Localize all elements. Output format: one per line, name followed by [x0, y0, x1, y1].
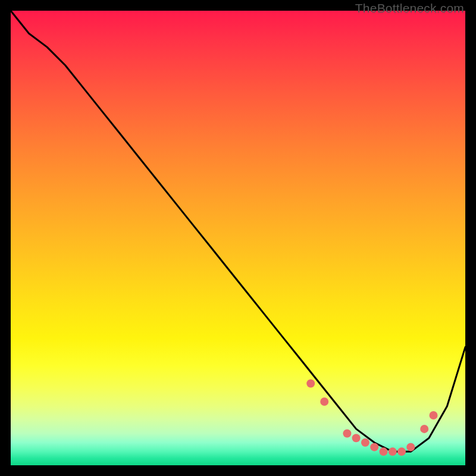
stage: TheBottleneck.com — [0, 0, 476, 476]
curve-marker — [370, 443, 378, 451]
curve-marker — [389, 447, 397, 456]
watermark-text: TheBottleneck.com — [355, 1, 464, 15]
curve-marker — [406, 443, 415, 451]
curve-marker — [420, 425, 428, 433]
chart-svg — [11, 11, 465, 465]
chart-plot-area — [11, 11, 465, 465]
curve-marker — [343, 430, 351, 438]
curve-marker — [361, 439, 369, 447]
curve-marker — [306, 380, 315, 388]
curve-line — [11, 11, 465, 452]
curve-marker — [380, 447, 388, 456]
curve-marker — [397, 447, 406, 456]
curve-path — [11, 11, 465, 452]
curve-marker — [430, 411, 438, 419]
curve-marker — [352, 434, 361, 442]
curve-marker — [320, 397, 328, 406]
